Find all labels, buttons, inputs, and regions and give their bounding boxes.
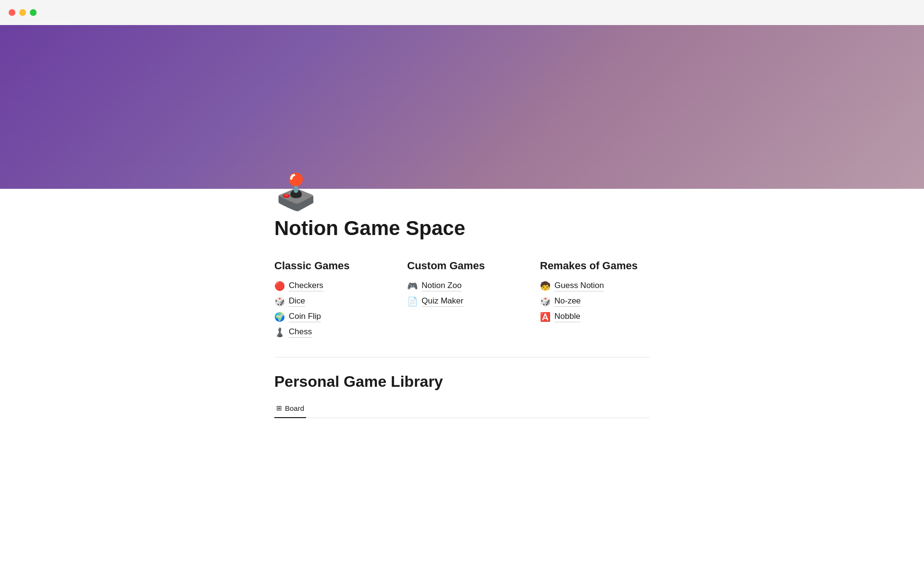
remakes-list: 🧒 Guess Notion 🎲 No-zee 🅰️ Nobble — [540, 281, 650, 322]
nozee-icon: 🎲 — [540, 296, 551, 307]
page-icon-area: 🕹️ — [245, 174, 679, 209]
quiz-maker-icon: 📄 — [407, 296, 418, 307]
board-tab-icon: ⊞ — [276, 404, 282, 412]
quiz-maker-link[interactable]: Quiz Maker — [422, 296, 463, 307]
chess-icon: ♟️ — [274, 327, 285, 338]
list-item[interactable]: 🎲 No-zee — [540, 296, 650, 307]
column-custom: Custom Games 🎮 Notion Zoo 📄 Quiz Maker — [407, 259, 517, 338]
remakes-title: Remakes of Games — [540, 259, 650, 273]
close-button[interactable] — [9, 9, 15, 16]
custom-games-title: Custom Games — [407, 259, 517, 273]
coinflip-icon: 🌍 — [274, 312, 285, 322]
page-title: Notion Game Space — [245, 217, 679, 240]
guess-notion-link[interactable]: Guess Notion — [554, 281, 604, 291]
custom-games-list: 🎮 Notion Zoo 📄 Quiz Maker — [407, 281, 517, 307]
hero-banner — [0, 25, 924, 189]
maximize-button[interactable] — [30, 9, 37, 16]
tab-bar: ⊞ Board — [274, 400, 650, 418]
columns-section: Classic Games 🔴 Checkers 🎲 Dice 🌍 Coin F… — [245, 259, 679, 338]
dice-icon: 🎲 — [274, 296, 285, 307]
notion-zoo-link[interactable]: Notion Zoo — [422, 281, 462, 291]
list-item[interactable]: ♟️ Chess — [274, 327, 384, 338]
page-icon: 🕹️ — [274, 174, 650, 209]
list-item[interactable]: 🅰️ Nobble — [540, 312, 650, 322]
guess-notion-icon: 🧒 — [540, 281, 551, 291]
library-title: Personal Game Library — [274, 373, 650, 391]
list-item[interactable]: 🌍 Coin Flip — [274, 312, 384, 322]
list-item[interactable]: 🎮 Notion Zoo — [407, 281, 517, 291]
column-classic: Classic Games 🔴 Checkers 🎲 Dice 🌍 Coin F… — [274, 259, 384, 338]
classic-games-title: Classic Games — [274, 259, 384, 273]
minimize-button[interactable] — [19, 9, 26, 16]
list-item[interactable]: 🧒 Guess Notion — [540, 281, 650, 291]
column-remakes: Remakes of Games 🧒 Guess Notion 🎲 No-zee… — [540, 259, 650, 338]
coinflip-link[interactable]: Coin Flip — [289, 312, 321, 322]
tab-board[interactable]: ⊞ Board — [274, 400, 306, 418]
dice-link[interactable]: Dice — [289, 296, 305, 307]
nobble-link[interactable]: Nobble — [554, 312, 580, 322]
nozee-link[interactable]: No-zee — [554, 296, 581, 307]
nobble-icon: 🅰️ — [540, 312, 551, 322]
titlebar — [0, 0, 924, 25]
checkers-link[interactable]: Checkers — [289, 281, 323, 291]
library-section: Personal Game Library ⊞ Board — [245, 373, 679, 418]
checkers-icon: 🔴 — [274, 281, 285, 291]
chess-link[interactable]: Chess — [289, 327, 312, 338]
section-divider — [245, 357, 679, 357]
list-item[interactable]: 🎲 Dice — [274, 296, 384, 307]
list-item[interactable]: 🔴 Checkers — [274, 281, 384, 291]
board-tab-label: Board — [285, 404, 304, 412]
classic-games-list: 🔴 Checkers 🎲 Dice 🌍 Coin Flip ♟️ Chess — [274, 281, 384, 338]
notion-zoo-icon: 🎮 — [407, 281, 418, 291]
list-item[interactable]: 📄 Quiz Maker — [407, 296, 517, 307]
